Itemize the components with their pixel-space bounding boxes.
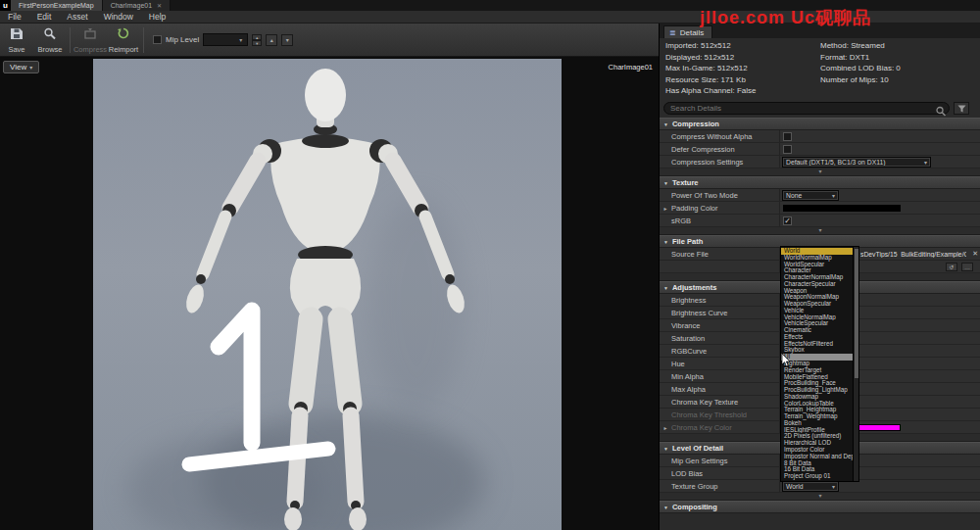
spin-down-icon[interactable]: ▼ [252,40,262,46]
dropdown-item-weaponnormalmap[interactable]: WeaponNormalMap [781,294,853,301]
compress-button[interactable]: Compress [74,25,107,55]
combo-power-of-two-mode[interactable]: None▾ [782,190,839,201]
dropdown-item-weapon[interactable]: Weapon [781,288,853,295]
expander-icon[interactable]: ▸ [660,205,671,212]
mip-level-label: Mip Level [166,35,199,44]
dropdown-item-weaponspecular[interactable]: WeaponSpecular [781,301,853,308]
combo-texture-group[interactable]: World▾ [782,481,839,492]
checkbox-compress-without-alpha[interactable] [783,132,792,141]
search-input[interactable] [664,104,935,113]
dropdown-item-mobileflattened[interactable]: MobileFlattened [781,374,853,381]
section-advanced-expander[interactable]: ▾ [660,493,980,501]
dropdown-item-shadowmap[interactable]: Shadowmap [781,394,853,401]
label-text: Chroma Key Threshold [671,410,747,419]
property-label: Brightness Curve [660,307,780,318]
checkbox-srgb[interactable]: ✓ [783,217,792,225]
property-value: ✓ [780,215,980,226]
clear-icon[interactable]: ✕ [972,250,978,258]
reimport-button[interactable]: Reimport [107,25,140,55]
dropdown-item-terrain-weightmap[interactable]: Terrain_Weightmap [781,413,853,420]
dropdown-item-vehicle[interactable]: Vehicle [781,308,853,314]
color-swatch-padding-color[interactable] [783,205,901,212]
dropdown-scrollbar[interactable] [853,247,858,481]
mip-level-stepper[interactable]: ▲▼ [252,34,262,46]
label-text: Saturation [671,334,705,343]
details-options-button[interactable] [954,102,969,115]
search-box[interactable] [663,102,950,115]
dropdown-item-worldnormalmap[interactable]: WorldNormalMap [781,255,853,262]
section-title: Compositing [672,503,717,511]
dropdown-item-impostor-color[interactable]: Impostor Color [781,447,853,454]
section-header-texture[interactable]: ▼Texture [660,176,980,189]
dropdown-item-ieslightprofile[interactable]: IESLightProfile [781,427,853,434]
view-dropdown-button[interactable]: View▾ [3,61,39,73]
dropdown-item-world[interactable]: World [781,248,853,255]
browse-file-icon[interactable]: … [961,263,973,271]
dropdown-item-16-bit-data[interactable]: 16 Bit Data [781,466,853,473]
texture-viewport[interactable]: View▾ CharImage01 [0,57,659,530]
menu-help[interactable]: Help [141,12,173,22]
chevron-down-icon: ▾ [829,192,838,199]
source-file-path: sDevTips/15_BulkEditing/Example/Ch [860,251,966,258]
dropdown-item-project-group-01[interactable]: Project Group 01 [781,473,853,480]
dropdown-item-characternormalmap[interactable]: CharacterNormalMap [781,274,853,281]
dropdown-item-character[interactable]: Character [781,267,853,274]
dropdown-item-cinematic[interactable]: Cinematic [781,327,853,334]
section-header-compositing[interactable]: ▼Compositing [660,501,980,513]
reset-icon[interactable]: ↺ [946,263,957,271]
browse-button[interactable]: Browse [33,25,67,55]
dropdown-item-worldspecular[interactable]: WorldSpecular [781,262,853,268]
dropdown-item-vehiclenormalmap[interactable]: VehicleNormalMap [781,314,853,321]
menu-edit[interactable]: Edit [29,12,60,22]
chevron-down-icon: ▾ [29,65,32,71]
property-label: Max Alpha [660,383,780,395]
mip-minus-button[interactable]: ▴ [266,34,277,46]
dropdown-item-hierarchical-lod[interactable]: Hierarchical LOD [781,440,853,447]
dropdown-item-effects[interactable]: Effects [781,334,853,341]
combo-compression-settings[interactable]: Default (DXT1/5, BC1/3 on DX11)▾ [782,157,931,168]
dropdown-item-bokeh[interactable]: Bokeh [781,420,853,427]
mip-plus-button[interactable]: ▾ [281,34,293,46]
tab-firstpersonexamplemap[interactable]: FirstPersonExampleMap [11,0,103,11]
property-label: ▸Chroma Key Color [660,421,780,433]
scrollbar-thumb[interactable] [855,249,858,378]
property-label: Brightness [660,294,780,306]
close-icon[interactable]: ✕ [157,3,162,9]
dropdown-item-procbuilding-face[interactable]: ProcBuilding_Face [781,380,853,387]
texture-preview-image[interactable] [93,59,562,530]
mannequin-figure [93,59,562,530]
expander-icon[interactable]: ▸ [660,424,671,431]
dropdown-item-characterspecular[interactable]: CharacterSpecular [781,281,853,288]
info-line: Combined LOD Bias: 0 [820,63,977,74]
checkbox-defer-compression[interactable] [783,145,792,154]
dropdown-item-lightmap[interactable]: Lightmap [781,361,853,367]
dropdown-item-2d-pixels-unfiltered[interactable]: 2D Pixels (unfiltered) [781,433,853,440]
tab-charimage01[interactable]: CharImage01✕ [103,0,171,11]
dropdown-item-8-bit-data[interactable]: 8 Bit Data [781,460,853,467]
dropdown-item-vehiclespecular[interactable]: VehicleSpecular [781,320,853,327]
menu-window[interactable]: Window [96,12,141,22]
property-label: Compress Without Alpha [660,130,780,142]
dropdown-item-terrain-heightmap[interactable]: Terrain_Heightmap [781,407,853,413]
property-label: Compression Settings [660,156,780,168]
label-text: Chroma Key Texture [671,398,738,407]
search-icon [935,103,949,114]
dropdown-item-effectsnotfiltered[interactable]: EffectsNotFiltered [781,341,853,348]
save-button[interactable]: Save [0,25,33,55]
dropdown-item-colorlookuptable[interactable]: ColorLookupTable [781,401,853,408]
section-title: Adjustments [672,283,716,292]
menu-asset[interactable]: Asset [59,12,95,22]
section-advanced-expander[interactable]: ▾ [660,227,980,235]
dropdown-item-procbuilding-lightmap[interactable]: ProcBuilding_LightMap [781,387,853,394]
menu-file[interactable]: File [0,12,29,22]
mip-level-checkbox[interactable] [153,35,162,44]
dropdown-item-rendertarget[interactable]: RenderTarget [781,367,853,374]
section-advanced-expander[interactable]: ▾ [660,169,980,176]
section-header-compression[interactable]: ▼Compression [660,118,980,130]
mip-level-combo[interactable]: ▾ [203,33,248,46]
label-text: Texture Group [671,482,718,491]
chevron-down-icon: ▾ [829,483,838,490]
dropdown-item-impostor-normal-and-depth[interactable]: Impostor Normal and Depth [781,454,853,460]
dropdown-item-skybox[interactable]: Skybox [781,347,853,354]
dropdown-item-ui[interactable]: UI [781,354,853,361]
